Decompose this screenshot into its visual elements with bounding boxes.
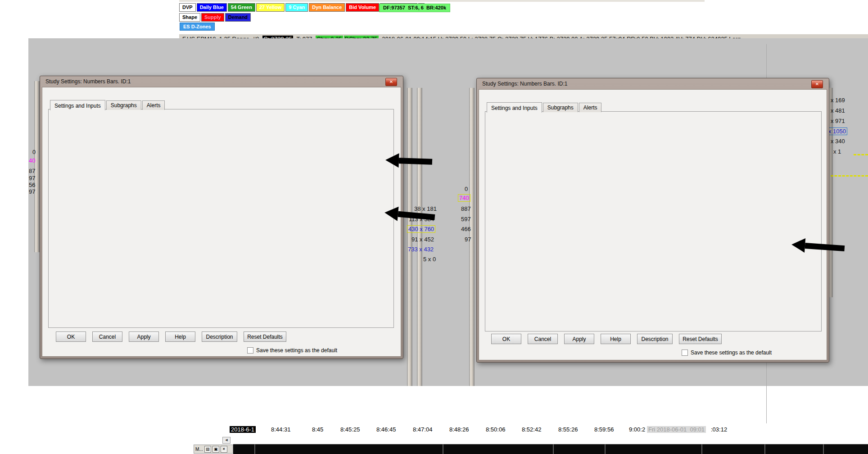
- df-info-box: DF:97357 ST:6, 6 BR:420k: [376, 3, 450, 12]
- quote-number: 40: [28, 157, 36, 164]
- time-tick: Fri 2018-06-01 09:01: [647, 426, 706, 433]
- chart-tab-es-d-zones[interactable]: ES D-Zones: [180, 23, 215, 31]
- taskbar-segment[interactable]: [765, 444, 823, 454]
- save-default-checkbox[interactable]: Save these settings as the default: [247, 347, 337, 354]
- dialog-button[interactable]: OK: [491, 334, 521, 344]
- quote-number: 97: [28, 188, 36, 195]
- close-icon[interactable]: ✕: [385, 78, 397, 86]
- dialog-button[interactable]: Apply: [564, 334, 594, 344]
- quote-number: 5 x 0: [422, 256, 437, 263]
- tab-subgraphs[interactable]: Subgraphs: [106, 100, 141, 110]
- time-tick: 2018-6-1: [230, 426, 256, 433]
- window-frame-strip: [34, 81, 40, 252]
- dialog-title: Study Settings: Numbers Bars. ID:1: [45, 78, 131, 85]
- stub-label: M...: [195, 447, 203, 452]
- tab-settings-and-inputs[interactable]: Settings and Inputs: [487, 102, 542, 113]
- dialog-button[interactable]: Description: [202, 331, 237, 342]
- arrow-tail: [399, 158, 432, 165]
- close-icon[interactable]: ✕: [811, 80, 823, 88]
- time-tick: 8:47:04: [411, 426, 434, 433]
- quote-number: x 971: [830, 118, 846, 124]
- tab-subgraphs[interactable]: Subgraphs: [543, 103, 578, 112]
- time-tick: 8:48:26: [448, 426, 470, 433]
- taskbar-segment[interactable]: [255, 444, 443, 454]
- checkbox-icon[interactable]: [247, 347, 253, 354]
- quote-number: 740: [458, 194, 470, 202]
- arrow-head: [385, 153, 399, 168]
- dialog-button[interactable]: Help: [165, 331, 195, 342]
- time-tick: 8:45:25: [339, 426, 361, 433]
- time-tick: 8:45: [311, 426, 325, 433]
- tab-alerts[interactable]: Alerts: [142, 100, 165, 110]
- dialog-button[interactable]: Reset Defaults: [244, 331, 286, 342]
- dialog-button[interactable]: Description: [637, 334, 673, 344]
- time-tick: 8:52:42: [520, 426, 542, 433]
- dialog-button[interactable]: OK: [56, 331, 86, 342]
- tab-alerts[interactable]: Alerts: [579, 103, 602, 112]
- minimized-window-stub[interactable]: M... ▤ ▣ ✕: [194, 445, 233, 454]
- toolbar-button[interactable]: 27 Yellow: [256, 3, 285, 12]
- tab-page: [48, 109, 394, 328]
- toolbar-button[interactable]: Shape: [179, 13, 200, 22]
- taskbar-segment[interactable]: [702, 444, 764, 454]
- menu-icon[interactable]: ▤: [204, 446, 211, 453]
- taskbar: [233, 444, 868, 454]
- quote-number: 0: [32, 149, 36, 155]
- toolbar-row-2: ShapeSupplyDemand: [179, 13, 251, 22]
- tab-settings-and-inputs[interactable]: Settings and Inputs: [50, 100, 105, 110]
- save-default-checkbox[interactable]: Save these settings as the default: [682, 349, 772, 356]
- time-tick: :03:12: [710, 426, 728, 433]
- dialog-button[interactable]: Reset Defaults: [679, 334, 722, 344]
- quote-number: x 1050: [827, 127, 847, 135]
- quote-number: 97: [28, 175, 36, 182]
- arrow-head: [384, 205, 399, 221]
- quote-number: 97: [464, 236, 472, 243]
- toolbar-button[interactable]: Demand: [225, 13, 251, 22]
- df-info-text: DF:97357 ST:6, 6 BR:420k: [379, 4, 450, 12]
- dialog-title: Study Settings: Numbers Bars. ID:1: [482, 81, 567, 87]
- time-tick: 8:55:26: [557, 426, 579, 433]
- quote-number: 91 x 452: [411, 236, 435, 243]
- toolbar-button[interactable]: Supply: [201, 13, 224, 22]
- save-default-label: Save these settings as the default: [691, 350, 772, 356]
- menu-bar-sliver: [179, 0, 705, 2]
- scroll-left-icon[interactable]: ◀: [222, 437, 231, 444]
- restore-icon[interactable]: ▣: [212, 446, 219, 453]
- quote-number: x 481: [830, 107, 846, 114]
- toolbar-button[interactable]: 54 Green: [228, 3, 255, 12]
- time-tick: 9:00:2: [628, 426, 646, 433]
- quote-number: 430 x 760: [407, 225, 435, 233]
- time-tick: 8:59:56: [593, 426, 615, 433]
- close-icon[interactable]: ✕: [221, 446, 227, 453]
- taskbar-segment[interactable]: [824, 444, 868, 454]
- save-default-label: Save these settings as the default: [256, 347, 337, 354]
- quote-number: x 1: [832, 148, 842, 155]
- quote-number: x 169: [830, 97, 846, 104]
- yellow-dashed-line: [854, 154, 868, 155]
- yellow-dashed-line: [831, 175, 868, 177]
- taskbar-segment[interactable]: [606, 444, 701, 454]
- quote-number: 597: [460, 216, 472, 222]
- arrow-tail: [398, 211, 435, 220]
- dialog-button[interactable]: Apply: [129, 331, 159, 342]
- dialog-button[interactable]: Help: [601, 334, 631, 344]
- dialog-button[interactable]: Cancel: [528, 334, 558, 344]
- quote-number: 0: [464, 186, 469, 192]
- dialog-buttons: OKCancelApplyHelpDescriptionReset Defaul…: [491, 334, 722, 344]
- taskbar-segment[interactable]: [443, 444, 553, 454]
- tab-page: [485, 111, 822, 331]
- toolbar-button[interactable]: Daily Blue: [197, 3, 227, 12]
- toolbar-button[interactable]: 9 Cyan: [285, 3, 308, 12]
- dialog-buttons: OKCancelApplyHelpDescriptionReset Defaul…: [56, 331, 286, 342]
- study-settings-dialog-left: Study Settings: Numbers Bars. ID:1 ✕ Set…: [40, 76, 403, 359]
- checkbox-icon[interactable]: [682, 350, 688, 356]
- study-settings-dialog-right: Study Settings: Numbers Bars. ID:1 ✕ Set…: [476, 78, 829, 363]
- time-tick: 8:44:31: [270, 426, 292, 433]
- toolbar-button[interactable]: DVP: [179, 3, 196, 12]
- annotation-arrow-icon: [385, 153, 432, 169]
- taskbar-segment[interactable]: [233, 444, 254, 454]
- taskbar-segment[interactable]: [554, 444, 605, 454]
- dialog-button[interactable]: Cancel: [92, 331, 122, 342]
- toolbar-button[interactable]: Dyn Balance: [309, 3, 345, 12]
- toolbar-button[interactable]: Bid Volume: [346, 3, 379, 12]
